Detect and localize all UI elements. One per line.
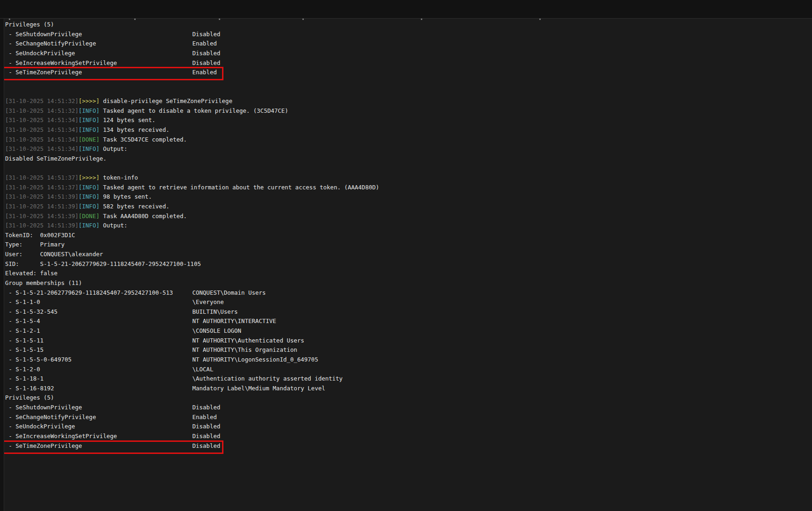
log-timestamp: [31-10-2025 14:51:34] (5, 136, 79, 143)
kv-label: - SeChangeNotifyPrivilege (5, 39, 192, 49)
log-message: Task AAA4D80D completed. (99, 213, 187, 220)
kv-value: \Everyone (192, 298, 224, 305)
log-timestamp: [31-10-2025 14:51:37] (5, 174, 79, 181)
kv-value: Enabled (192, 69, 217, 76)
kv-value: \LOCAL (192, 366, 213, 373)
kv-value: NT AUTHORITY\Authenticated Users (192, 337, 304, 344)
output-line: - SeIncreaseWorkingSetPrivilegeDisabled (5, 432, 812, 441)
kv-value: Disabled (192, 442, 220, 449)
kv-value: Disabled (192, 59, 220, 66)
log-message: 98 bytes sent. (99, 193, 152, 200)
output-line: [31-10-2025 14:51:39][INFO]582 bytes rec… (5, 202, 812, 212)
output-line: - SeShutdownPrivilegeDisabled (5, 403, 812, 413)
kv-label: - S-1-5-21-2062779629-1118245407-2952427… (5, 288, 192, 298)
output-text: Privileges (5) (5, 21, 54, 28)
kv-value: CONQUEST\Domain Users (192, 289, 266, 296)
output-text: Type: Primary (5, 241, 65, 248)
kv-label: - S-1-18-1 (5, 374, 192, 384)
output-line: - SeIncreaseWorkingSetPrivilegeDisabled (5, 58, 812, 68)
kv-label: - SeShutdownPrivilege (5, 403, 192, 413)
output-text: SID: S-1-5-21-2062779629-1118245407-2952… (5, 260, 201, 267)
session-title-bar: CONQUEST\alexander@CLIENT01.conquest.loc… (0, 0, 812, 18)
output-line: Disabled SeTimeZonePrivilege. (5, 154, 812, 164)
output-line: [31-10-2025 14:51:39][INFO]98 bytes sent… (5, 192, 812, 202)
log-timestamp: [31-10-2025 14:51:39] (5, 203, 79, 210)
kv-label: - SeUndockPrivilege (5, 49, 192, 58)
kv-label: - SeChangeNotifyPrivilege (5, 413, 192, 422)
output-line: - S-1-5-32-545BUILTIN\Users (5, 307, 812, 317)
output-line: User: CONQUEST\alexander (5, 250, 812, 259)
kv-value: Enabled (192, 40, 217, 47)
output-line: - S-1-5-4NT AUTHORITY\INTERACTIVE (5, 317, 812, 326)
log-timestamp: [31-10-2025 14:51:34] (5, 126, 79, 133)
kv-label: - S-1-1-0 (5, 298, 192, 307)
output-line: SID: S-1-5-21-2062779629-1118245407-2952… (5, 259, 812, 269)
log-message: Tasked agent to disable a token privileg… (99, 107, 288, 114)
output-line: [31-10-2025 14:51:34][INFO]124 bytes sen… (5, 116, 812, 125)
log-tag: [>>>>] (79, 174, 99, 181)
kv-value: \CONSOLE LOGON (192, 327, 241, 334)
log-tag: [INFO] (79, 126, 99, 133)
log-message: 582 bytes received. (99, 203, 170, 210)
log-timestamp: [31-10-2025 14:51:32] (5, 97, 79, 104)
output-line: - S-1-5-21-2062779629-1118245407-2952427… (5, 288, 812, 298)
output-line: [31-10-2025 14:51:39][INFO]Output: (5, 221, 812, 231)
output-text: Disabled SeTimeZonePrivilege. (5, 155, 106, 162)
log-timestamp: [31-10-2025 14:51:32] (5, 107, 79, 114)
kv-label: - S-1-16-8192 (5, 384, 192, 394)
log-tag: [INFO] (79, 222, 99, 229)
kv-value: Enabled (192, 414, 217, 420)
blank-line (5, 87, 812, 97)
log-message: token-info (99, 174, 138, 181)
output-line: - SeShutdownPrivilegeDisabled (5, 30, 812, 39)
log-timestamp: [31-10-2025 14:51:39] (5, 193, 79, 200)
output-line: - S-1-1-0\Everyone (5, 298, 812, 307)
blank-line (5, 163, 812, 173)
log-message: Tasked agent to retrieve information abo… (99, 184, 379, 191)
log-tag: [>>>>] (79, 97, 99, 104)
console-output-panel[interactable]: Privileges (5) - SeShutdownPrivilegeDisa… (4, 19, 812, 511)
kv-value: Disabled (192, 423, 220, 430)
kv-value: BUILTIN\Users (192, 308, 238, 315)
log-message: 124 bytes sent. (99, 116, 155, 123)
output-line: TokenID: 0x002F3D1C (5, 231, 812, 240)
output-line: Elevated: false (5, 269, 812, 278)
output-line: - S-1-5-15NT AUTHORITY\This Organization (5, 345, 812, 355)
kv-label: - SeIncreaseWorkingSetPrivilege (5, 432, 192, 441)
log-message: Output: (99, 145, 127, 152)
output-line: - S-1-5-5-0-649705NT AUTHORITY\LogonSess… (5, 355, 812, 365)
kv-label: - S-1-5-4 (5, 317, 192, 326)
kv-value: Disabled (192, 50, 220, 57)
output-line: [31-10-2025 14:51:34][INFO]134 bytes rec… (5, 125, 812, 135)
log-message: Output: (99, 222, 127, 229)
kv-label: - SeShutdownPrivilege (5, 30, 192, 39)
kv-label: - SeTimeZonePrivilege (5, 68, 192, 78)
output-line: [31-10-2025 14:51:34][DONE]Task 3C5D47CE… (5, 135, 812, 145)
output-text: Group memberships (11) (5, 279, 82, 286)
output-line: - SeChangeNotifyPrivilegeEnabled (5, 39, 812, 49)
log-timestamp: [31-10-2025 14:51:34] (5, 145, 79, 152)
kv-value: Disabled (192, 31, 220, 38)
kv-label: - S-1-2-1 (5, 326, 192, 336)
kv-label: - SeUndockPrivilege (5, 422, 192, 432)
output-line: - SeChangeNotifyPrivilegeEnabled (5, 413, 812, 422)
kv-label: - S-1-5-5-0-649705 (5, 355, 192, 365)
log-message: Task 3C5D47CE completed. (99, 136, 187, 143)
output-line: Type: Primary (5, 240, 812, 250)
kv-label: - S-1-5-11 (5, 336, 192, 346)
output-line: Privileges (5) (5, 393, 812, 403)
highlighted-output-line: - SeTimeZonePrivilegeDisabled (5, 441, 812, 451)
log-timestamp: [31-10-2025 14:51:37] (5, 184, 79, 191)
kv-label: - S-1-5-32-545 (5, 307, 192, 317)
output-text: TokenID: 0x002F3D1C (5, 232, 75, 239)
output-line: - S-1-2-1\CONSOLE LOGON (5, 326, 812, 336)
output-line: - S-1-2-0\LOCAL (5, 365, 812, 375)
output-line: - S-1-18-1\Authentication authority asse… (5, 374, 812, 384)
output-line: [31-10-2025 14:51:32][INFO]Tasked agent … (5, 106, 812, 116)
output-line: - S-1-5-11NT AUTHORITY\Authenticated Use… (5, 336, 812, 346)
log-timestamp: [31-10-2025 14:51:34] (5, 116, 79, 123)
kv-label: - S-1-5-15 (5, 345, 192, 355)
log-tag: [INFO] (79, 203, 99, 210)
output-text: Privileges (5) (5, 394, 54, 401)
log-tag: [DONE] (79, 136, 99, 143)
